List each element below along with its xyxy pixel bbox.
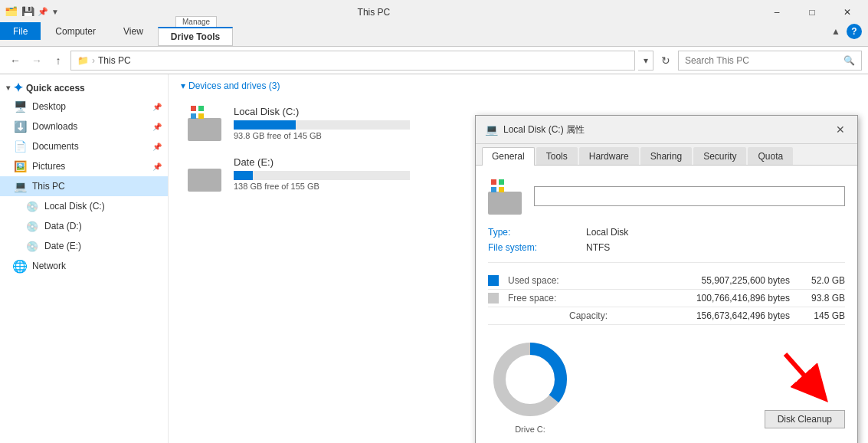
disk-cleanup-button[interactable]: Disk Cleanup xyxy=(765,410,845,428)
localdisk-label: Local Disk (C:) xyxy=(44,201,162,212)
used-color-box xyxy=(488,275,499,286)
free-color-box xyxy=(488,293,499,304)
disk-drive-icon xyxy=(488,178,525,215)
sidebar-item-network[interactable]: 🌐 Network xyxy=(0,256,168,276)
capacity-row: Capacity: 156,673,642,496 bytes 145 GB xyxy=(488,307,845,325)
dialog-close-button[interactable]: ✕ xyxy=(833,122,848,137)
network-label: Network xyxy=(32,261,162,271)
ribbon-collapse-icon[interactable]: ▲ xyxy=(828,25,843,38)
used-space-row: Used space: 55,907,225,600 bytes 52.0 GB xyxy=(488,272,845,290)
bottom-section: Drive C: Disk Cleanup xyxy=(488,337,845,434)
tab-computer[interactable]: Computer xyxy=(42,22,109,40)
section-title: Devices and drives (3) xyxy=(188,80,280,91)
downloads-label: Downloads xyxy=(32,121,149,132)
drive-e-bar-container xyxy=(234,171,410,180)
cleanup-area: Disk Cleanup xyxy=(765,343,845,428)
disk-header xyxy=(488,178,845,215)
pictures-icon: 🖼️ xyxy=(12,159,28,174)
manage-label: Manage xyxy=(175,16,217,27)
drive-c-icon xyxy=(188,104,224,141)
thispc-icon: 💻 xyxy=(12,179,28,194)
drive-c-bar xyxy=(234,120,296,130)
sidebar-item-desktop[interactable]: 🖥️ Desktop 📌 xyxy=(0,97,168,116)
up-button[interactable]: ↑ xyxy=(49,51,67,70)
sidebar-item-pictures[interactable]: 🖼️ Pictures 📌 xyxy=(0,156,168,176)
sidebar-item-localdisk[interactable]: 💿 Local Disk (C:) xyxy=(0,196,168,216)
free-bytes: 100,766,416,896 bytes xyxy=(578,293,790,304)
datee-icon: 💿 xyxy=(25,238,40,254)
sidebar-quick-access[interactable]: ▾ ✦ Quick access xyxy=(0,77,168,97)
localdisk-icon: 💿 xyxy=(25,199,40,214)
used-size: 52.0 GB xyxy=(799,275,845,286)
tab-view[interactable]: View xyxy=(110,22,156,40)
drive-c-label: Drive C: xyxy=(515,425,545,434)
free-label: Free space: xyxy=(508,293,569,304)
tab-quota[interactable]: Quota xyxy=(748,147,793,165)
sidebar-item-datee[interactable]: 💿 Date (E:) xyxy=(0,236,168,256)
fs-label: File system: xyxy=(488,242,580,253)
address-bar: ← → ↑ 📁 › This PC ▾ ↻ 🔍 xyxy=(0,47,868,74)
dialog-title: Local Disk (C:) 属性 xyxy=(503,123,827,136)
donut-chart xyxy=(488,337,572,422)
sidebar-item-thispc[interactable]: 💻 This PC xyxy=(0,176,168,196)
datee-label: Date (E:) xyxy=(44,241,162,251)
drive-e-icon xyxy=(188,155,224,192)
fs-value: NTFS xyxy=(586,242,845,253)
section-arrow-icon: ▾ xyxy=(181,80,185,91)
dialog-titlebar: 💻 Local Disk (C:) 属性 ✕ xyxy=(476,116,857,144)
sidebar-item-documents[interactable]: 📄 Documents 📌 xyxy=(0,136,168,156)
back-button[interactable]: ← xyxy=(6,51,25,70)
refresh-button[interactable]: ↻ xyxy=(657,51,675,70)
type-label: Type: xyxy=(488,227,580,238)
documents-icon: 📄 xyxy=(12,139,28,154)
search-icon: 🔍 xyxy=(843,55,855,66)
ribbon: File Computer View Manage Drive Tools ▲ … xyxy=(0,25,868,47)
search-input[interactable] xyxy=(685,55,840,66)
datad-icon: 💿 xyxy=(25,218,40,234)
pictures-label: Pictures xyxy=(32,161,149,172)
network-icon: 🌐 xyxy=(12,258,28,274)
tab-sharing[interactable]: Sharing xyxy=(640,147,692,165)
used-bytes: 55,907,225,600 bytes xyxy=(578,275,790,286)
cap-label: Capacity: xyxy=(569,310,641,321)
tab-drivetools[interactable]: Drive Tools xyxy=(158,27,233,46)
tab-general[interactable]: General xyxy=(482,147,535,166)
pin-indicator: 📌 xyxy=(152,103,162,111)
tab-security[interactable]: Security xyxy=(693,147,746,165)
red-arrow-svg xyxy=(774,343,835,404)
pin-indicator-pic: 📌 xyxy=(152,162,162,171)
properties-dialog: 💻 Local Disk (C:) 属性 ✕ General Tools Har… xyxy=(475,115,858,443)
forward-button[interactable]: → xyxy=(28,51,46,70)
sidebar-item-datad[interactable]: 💿 Data (D:) xyxy=(0,216,168,236)
expand-icon: ▾ xyxy=(6,84,10,92)
sidebar: ▾ ✦ Quick access 🖥️ Desktop 📌 ⬇️ Downloa… xyxy=(0,74,169,443)
thispc-label: This PC xyxy=(32,181,162,192)
dialog-drive-icon: 💻 xyxy=(485,123,497,136)
dialog-tabs: General Tools Hardware Sharing Security … xyxy=(476,144,857,166)
dialog-content: Type: Local Disk File system: NTFS Used … xyxy=(476,166,857,443)
pin-indicator-dl: 📌 xyxy=(152,123,162,131)
address-field[interactable]: 📁 › This PC xyxy=(70,51,635,71)
quick-access-label: Quick access xyxy=(26,83,85,94)
address-dropdown[interactable]: ▾ xyxy=(638,51,653,71)
help-icon[interactable]: ? xyxy=(847,24,862,39)
free-space-row: Free space: 100,766,416,896 bytes 93.8 G… xyxy=(488,290,845,307)
quick-access-star-icon: ✦ xyxy=(13,80,23,95)
tab-hardware[interactable]: Hardware xyxy=(579,147,639,165)
tab-file[interactable]: File xyxy=(0,22,41,40)
cap-size: 145 GB xyxy=(799,310,845,321)
tab-tools[interactable]: Tools xyxy=(536,147,578,165)
arrow-indicator xyxy=(774,343,835,404)
datad-label: Data (D:) xyxy=(44,221,162,231)
desktop-label: Desktop xyxy=(32,101,149,112)
devices-section-header[interactable]: ▾ Devices and drives (3) xyxy=(181,80,856,91)
sidebar-item-downloads[interactable]: ⬇️ Downloads 📌 xyxy=(0,116,168,136)
disk-name-input[interactable] xyxy=(534,186,845,206)
search-box[interactable]: 🔍 xyxy=(678,51,862,71)
svg-line-4 xyxy=(785,354,816,389)
documents-label: Documents xyxy=(32,141,149,152)
drive-c-bar-container xyxy=(234,120,410,130)
pin-indicator-doc: 📌 xyxy=(152,143,162,151)
downloads-icon: ⬇️ xyxy=(12,119,28,134)
desktop-icon: 🖥️ xyxy=(12,99,28,114)
